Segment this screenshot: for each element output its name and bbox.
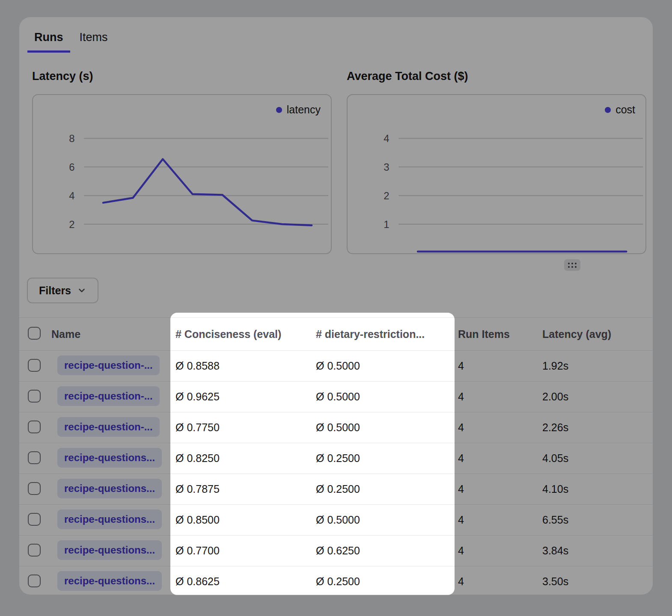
run-name-badge[interactable]: recipe-questions... <box>57 571 162 591</box>
latency-chart-svg: 2468 <box>33 95 331 253</box>
column-header-conciseness: # Conciseness (eval) <box>170 328 311 341</box>
row-checkbox[interactable] <box>28 575 41 587</box>
tab-items[interactable]: Items <box>80 31 108 53</box>
dietary-value: Ø 0.2500 <box>311 452 453 465</box>
table-row[interactable]: recipe-questions... Ø 0.8500 Ø 0.5000 4 … <box>19 505 653 536</box>
dietary-value: Ø 0.5000 <box>311 421 453 434</box>
conciseness-value: Ø 0.7700 <box>170 545 311 557</box>
runs-table: Name # Conciseness (eval) # dietary-rest… <box>19 317 653 595</box>
run-name-cell: recipe-questions... <box>43 509 170 531</box>
table-row[interactable]: recipe-questions... Ø 0.7875 Ø 0.2500 4 … <box>19 474 653 505</box>
svg-text:2: 2 <box>69 219 74 230</box>
run-items-value: 4 <box>453 575 537 588</box>
dietary-value: Ø 0.2500 <box>311 483 453 495</box>
run-name-badge[interactable]: recipe-questions... <box>57 479 162 498</box>
conciseness-value: Ø 0.8588 <box>170 360 311 372</box>
resize-drag-handle-icon[interactable] <box>564 259 580 271</box>
latency-value: 4.05s <box>537 452 653 465</box>
chevron-down-icon <box>77 286 86 295</box>
svg-text:4: 4 <box>69 190 74 201</box>
latency-legend: latency <box>276 104 321 116</box>
row-checkbox-cell <box>19 513 43 527</box>
run-name-badge[interactable]: recipe-questions... <box>57 448 162 468</box>
table-row[interactable]: recipe-question-... Ø 0.7750 Ø 0.5000 4 … <box>19 412 653 443</box>
tab-bar: Runs Items <box>19 17 653 53</box>
run-items-value: 4 <box>453 545 537 557</box>
header-checkbox-cell <box>19 327 43 341</box>
svg-text:4: 4 <box>384 133 389 144</box>
conciseness-value: Ø 0.7750 <box>170 421 311 434</box>
run-name-cell: recipe-question-... <box>43 355 170 377</box>
latency-chart-title: Latency (s) <box>32 70 332 83</box>
table-row[interactable]: recipe-question-... Ø 0.9625 Ø 0.5000 4 … <box>19 382 653 412</box>
table-row[interactable]: recipe-questions... Ø 0.8250 Ø 0.2500 4 … <box>19 443 653 474</box>
table-header-row: Name # Conciseness (eval) # dietary-rest… <box>19 318 653 351</box>
row-checkbox[interactable] <box>28 451 41 464</box>
row-checkbox-cell <box>19 359 43 373</box>
grip-dots-icon <box>568 263 577 268</box>
column-header-dietary: # dietary-restriction... <box>311 328 453 341</box>
run-name-badge[interactable]: recipe-questions... <box>57 540 162 560</box>
row-checkbox[interactable] <box>28 421 41 433</box>
latency-legend-dot-icon <box>276 107 282 113</box>
table-row[interactable]: recipe-question-... Ø 0.8588 Ø 0.5000 4 … <box>19 351 653 382</box>
run-items-value: 4 <box>453 391 537 403</box>
svg-text:6: 6 <box>69 161 74 173</box>
svg-text:2: 2 <box>384 190 389 201</box>
run-name-cell: recipe-question-... <box>43 417 170 438</box>
row-checkbox[interactable] <box>28 544 41 557</box>
row-checkbox[interactable] <box>28 513 41 526</box>
run-items-value: 4 <box>453 514 537 526</box>
column-header-run-items: Run Items <box>453 328 537 341</box>
column-header-latency: Latency (avg) <box>537 328 653 341</box>
run-name-badge[interactable]: recipe-question-... <box>57 355 160 375</box>
cost-legend: cost <box>605 104 635 116</box>
latency-value: 6.55s <box>537 514 653 526</box>
cost-chart-block: Average Total Cost ($) 1234 cost <box>347 70 646 254</box>
run-name-cell: recipe-questions... <box>43 540 170 562</box>
row-checkbox[interactable] <box>28 482 41 495</box>
dietary-value: Ø 0.6250 <box>311 545 453 557</box>
svg-text:8: 8 <box>69 133 74 144</box>
table-row[interactable]: recipe-questions... Ø 0.7700 Ø 0.6250 4 … <box>19 536 653 566</box>
latency-value: 2.00s <box>537 391 653 403</box>
dietary-value: Ø 0.5000 <box>311 360 453 372</box>
cost-legend-dot-icon <box>605 107 611 113</box>
dietary-value: Ø 0.5000 <box>311 514 453 526</box>
column-header-name: Name <box>43 328 170 341</box>
select-all-checkbox[interactable] <box>28 327 41 340</box>
run-name-badge[interactable]: recipe-question-... <box>57 386 160 406</box>
table-row[interactable]: recipe-questions... Ø 0.8625 Ø 0.2500 4 … <box>19 566 653 595</box>
charts-section: Latency (s) 2468 latency Average Total C… <box>19 53 653 254</box>
filters-row: Filters <box>19 254 653 303</box>
latency-value: 1.92s <box>537 360 653 372</box>
svg-text:3: 3 <box>384 161 389 173</box>
conciseness-value: Ø 0.7875 <box>170 483 311 495</box>
latency-chart-panel: 2468 latency <box>32 94 332 254</box>
cost-chart-panel: 1234 cost <box>347 94 646 254</box>
tab-runs[interactable]: Runs <box>27 31 70 53</box>
table-body: recipe-question-... Ø 0.8588 Ø 0.5000 4 … <box>19 351 653 595</box>
latency-legend-label: latency <box>287 104 321 116</box>
latency-value: 3.84s <box>537 545 653 557</box>
run-name-badge[interactable]: recipe-questions... <box>57 509 162 529</box>
dietary-value: Ø 0.5000 <box>311 391 453 403</box>
cost-chart-svg: 1234 <box>348 95 645 253</box>
filters-button-label: Filters <box>39 284 71 297</box>
row-checkbox[interactable] <box>28 390 41 403</box>
runs-dashboard-panel: Runs Items Latency (s) 2468 latency Aver… <box>19 17 653 595</box>
latency-value: 3.50s <box>537 575 653 588</box>
filters-button[interactable]: Filters <box>27 278 98 303</box>
app-background: { "colors": { "accent": "#4f46e5", "badg… <box>0 0 672 616</box>
conciseness-value: Ø 0.8250 <box>170 452 311 465</box>
row-checkbox[interactable] <box>28 359 41 372</box>
row-checkbox-cell <box>19 421 43 435</box>
cost-chart-title: Average Total Cost ($) <box>347 70 646 83</box>
run-name-badge[interactable]: recipe-question-... <box>57 417 160 437</box>
dietary-value: Ø 0.2500 <box>311 575 453 588</box>
run-name-cell: recipe-question-... <box>43 386 170 408</box>
row-checkbox-cell <box>19 575 43 589</box>
row-checkbox-cell <box>19 482 43 497</box>
svg-text:1: 1 <box>384 219 389 230</box>
run-items-value: 4 <box>453 421 537 434</box>
